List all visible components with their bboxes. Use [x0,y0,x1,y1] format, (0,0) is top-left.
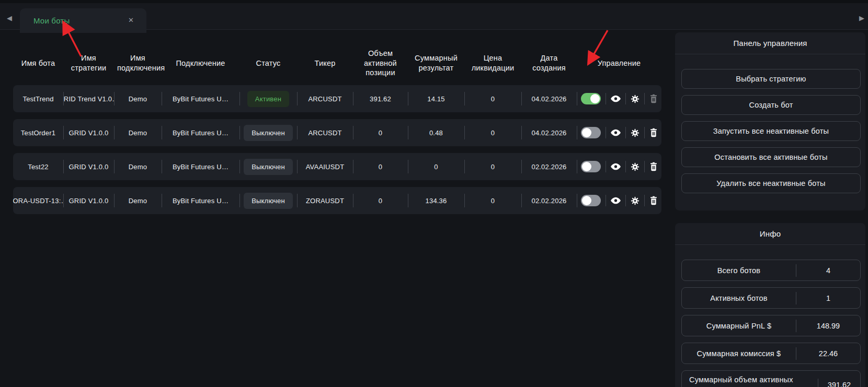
view-bot-icon[interactable] [611,95,621,102]
bot-enable-toggle[interactable] [581,127,601,138]
divider [625,195,626,206]
delete-bot-icon[interactable] [649,162,658,171]
cell-bot-name: ZORA-USDT-13:… [13,187,63,214]
view-bot-icon[interactable] [611,163,621,170]
table-row: ZORA-USDT-13:…GRID V1.0.0DemoByBit Futur… [13,187,661,214]
cell-connection-name: Demo [114,85,162,112]
cell-total-result: 14.15 [408,85,464,112]
info-row: Суммарная комиссия $22.46 [681,343,861,364]
view-bot-icon[interactable] [611,129,621,136]
cell-active-volume: 0 [353,153,408,180]
cell-connection: ByBit Futures U… [162,187,239,214]
info-row: Всего ботов4 [681,260,861,281]
cell-management [577,119,661,146]
control-panel-body: Выбрать стратегиюСоздать ботЗапустить вс… [675,54,865,193]
scroll-tabs-right-icon[interactable]: ▶ [859,15,864,21]
cell-status: Выключен [239,119,297,146]
column-header-3: Подключение [162,58,239,68]
divider [644,161,645,172]
column-header-6: Объем активной позиции [353,49,408,78]
close-tab-icon[interactable]: ✕ [128,16,134,24]
table-row: Test22GRID V1.0.0DemoByBit Futures U…Вык… [13,153,661,180]
management-controls [577,93,661,104]
bot-enable-toggle[interactable] [581,161,601,172]
panel-button-3[interactable]: Остановить все активные боты [681,147,861,167]
table-row: TestTrendGRID Trend V1.0…DemoByBit Futur… [13,85,661,112]
info-row: Суммарный PnL $148.99 [681,315,861,336]
cell-liquidation-price: 0 [464,85,521,112]
column-header-9: Дата создания [521,53,577,73]
cell-bot-name: Test22 [13,153,63,180]
management-controls [577,127,661,138]
panel-button-0[interactable]: Выбрать стратегию [681,69,861,89]
cell-active-volume: 0 [353,187,408,214]
column-header-10: Управление [577,58,661,68]
toggle-knob [582,128,591,137]
cell-connection-name: Demo [114,153,162,180]
column-header-1: Имя стратегии [63,53,114,73]
delete-bot-icon[interactable] [649,196,658,205]
table-header: Имя ботаИмя стратегииИмя подключенияПодк… [13,47,661,79]
status-badge: Активен [247,91,289,107]
status-badge: Выключен [244,125,293,141]
toggle-knob [582,196,591,205]
info-value: 391.62 [818,371,860,387]
column-header-4: Статус [239,58,297,68]
view-bot-icon[interactable] [611,197,621,204]
bot-enable-toggle[interactable] [581,93,601,104]
divider [644,127,645,138]
cell-active-volume: 0 [353,119,408,146]
column-header-0: Имя бота [13,58,63,68]
cell-total-result: 0.48 [408,119,464,146]
cell-status: Выключен [239,153,297,180]
cell-management [577,85,661,112]
settings-icon[interactable] [631,95,639,103]
info-value: 22.46 [796,343,860,363]
cell-total-result: 134.36 [408,187,464,214]
panel-button-1[interactable]: Создать бот [681,95,861,115]
info-label: Активных ботов [682,288,796,308]
column-header-2: Имя подключения [114,53,162,73]
status-badge: Выключен [244,193,293,209]
divider [606,161,606,172]
divider [625,127,626,138]
bots-table: TestTrendGRID Trend V1.0…DemoByBit Futur… [13,85,661,221]
panel-button-4[interactable]: Удалить все неактивные боты [681,173,861,193]
settings-icon[interactable] [631,196,639,205]
info-label: Суммарная комиссия $ [682,343,796,363]
bot-enable-toggle[interactable] [581,195,601,206]
cell-liquidation-price: 0 [464,119,521,146]
tab-label: Мои боты [33,16,70,25]
divider [644,195,645,206]
cell-connection: ByBit Futures U… [162,119,239,146]
control-panel-title: Панель управления [675,32,865,54]
delete-bot-icon[interactable] [649,94,658,103]
cell-ticker: ARCUSDT [297,119,353,146]
info-panel-body: Всего ботов4Активных ботов1Суммарный PnL… [675,245,865,387]
cell-ticker: ZORAUSDT [297,187,353,214]
cell-total-result: 0 [408,153,464,180]
info-label: Суммарный объем активных [682,371,818,387]
cell-strategy-name: GRID Trend V1.0… [63,85,114,112]
cell-ticker: AVAAIUSDT [297,153,353,180]
cell-created-date: 04.02.2026 [521,85,577,112]
divider [606,93,606,104]
status-badge: Выключен [244,159,293,175]
management-controls [577,195,661,206]
divider [625,93,626,104]
cell-liquidation-price: 0 [464,153,521,180]
control-panel: Панель управления Выбрать стратегиюСозда… [675,32,865,210]
cell-strategy-name: GRID V1.0.0 [63,187,114,214]
info-panel-title: Инфо [675,223,865,245]
divider [606,127,606,138]
divider [625,161,626,172]
cell-connection-name: Demo [114,119,162,146]
panel-button-2[interactable]: Запустить все неактивные боты [681,121,861,141]
cell-connection: ByBit Futures U… [162,153,239,180]
divider [644,93,645,104]
settings-icon[interactable] [631,128,639,137]
tab-my-bots[interactable]: Мои боты ✕ [20,8,146,33]
scroll-tabs-left-icon[interactable]: ◀ [7,15,12,21]
delete-bot-icon[interactable] [649,128,658,137]
settings-icon[interactable] [631,162,639,171]
